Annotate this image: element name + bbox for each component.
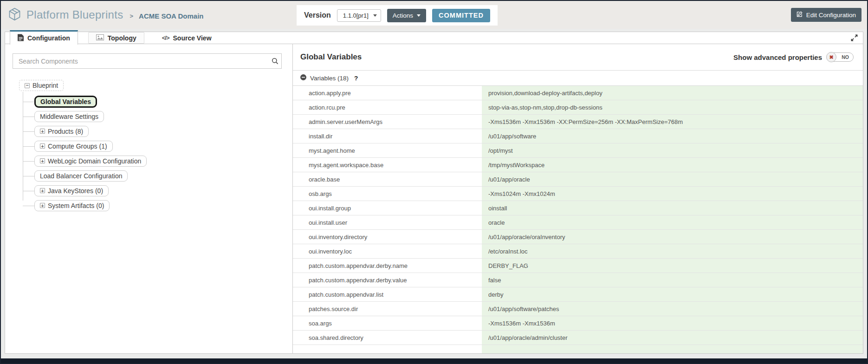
expand-arrows-icon	[851, 34, 858, 43]
variable-name: patch.custom.appendvar.derby.value	[293, 273, 482, 287]
tree-item-node[interactable]: + Compute Groups (1)	[34, 141, 113, 152]
variable-value: /etc/oraInst.loc	[482, 244, 863, 258]
tree-item-node[interactable]: + Products (8)	[34, 126, 89, 137]
variable-row: admin.server.userMemArgs -Xms1536m -Xmx1…	[293, 115, 863, 129]
expand-icon[interactable]: +	[40, 203, 45, 208]
variable-row: myst.agent.workspace.base /tmp/mystWorks…	[293, 158, 863, 172]
variable-value: /tmp/mystWorkspace	[482, 158, 863, 172]
caret-down-icon	[417, 14, 421, 17]
tab-configuration[interactable]: Configuration	[10, 30, 78, 45]
content-card: Configuration Topology </> Source View	[5, 32, 863, 354]
variable-row: oui.inventory.directory /u01/app/oracle/…	[293, 230, 863, 244]
edit-configuration-label: Edit Configuration	[806, 12, 856, 19]
variable-value: -Xms1536m -Xmx1536m	[482, 316, 863, 330]
tree-item-node[interactable]: + System Artifacts (0)	[34, 200, 110, 211]
variable-value: /opt/myst	[482, 143, 863, 157]
detail-pane: Global Variables Show advanced propertie…	[293, 44, 863, 353]
tree-root-label: Blueprint	[32, 82, 58, 89]
tree-item: Global Variables	[34, 96, 285, 107]
variable-value: derby	[482, 287, 863, 301]
main-area: Configuration Topology </> Source View	[5, 32, 863, 354]
detail-title: Global Variables	[300, 52, 362, 62]
actions-button[interactable]: Actions	[387, 9, 426, 22]
tree-item-label: WebLogic Domain Configuration	[48, 157, 141, 165]
variable-name: install.dir	[293, 129, 482, 143]
expand-icon[interactable]: +	[40, 129, 45, 134]
toggle-off-x-icon: ✖	[826, 52, 836, 62]
expand-fullscreen-button[interactable]	[849, 34, 859, 43]
variable-name: admin.server.userMemArgs	[293, 115, 482, 129]
variable-value: /u01/app/oracle/oraInventory	[482, 230, 863, 244]
toggle-state-label: NO	[842, 53, 849, 61]
document-icon	[18, 34, 24, 43]
variable-row: patch.custom.appendvar.list derby	[293, 287, 863, 302]
tab-topology-label: Topology	[108, 34, 136, 42]
breadcrumb-separator: >	[130, 13, 133, 20]
variable-row: oui.inventory.loc /etc/oraInst.loc	[293, 244, 863, 259]
status-badge: COMMITTED	[432, 9, 490, 22]
variable-value: /u01/app/software/patches	[482, 302, 863, 316]
tree-item-node[interactable]: Middleware Settings	[34, 111, 104, 122]
tree-item-label: Global Variables	[40, 98, 91, 105]
search-input[interactable]	[13, 53, 282, 69]
variable-row: patch.custom.appendvar.derby.value false	[293, 273, 863, 287]
expand-icon[interactable]: +	[40, 188, 45, 193]
variable-value: oinstall	[482, 201, 863, 215]
tree-item: Load Balancer Configuration	[34, 170, 285, 181]
variable-value: stop-via-as,stop-nm,stop,drop-db-session…	[482, 100, 863, 114]
variable-name: action.rcu.pre	[293, 100, 482, 114]
search-icon[interactable]	[272, 58, 279, 66]
detail-header: Global Variables Show advanced propertie…	[293, 44, 863, 71]
tab-configuration-label: Configuration	[27, 34, 70, 42]
collapse-icon[interactable]: −	[25, 83, 30, 88]
variable-name: oui.inventory.directory	[293, 230, 482, 244]
variable-value: oracle	[482, 215, 863, 229]
page-title: Platform Blueprints	[26, 8, 123, 21]
advanced-properties-toggle[interactable]: NO ✖	[827, 52, 854, 62]
tree-item: + System Artifacts (0)	[34, 200, 285, 211]
variable-row: action.apply.pre provision,download-depl…	[293, 86, 863, 100]
tree-item-label: Compute Groups (1)	[48, 143, 107, 150]
variable-name: patches.source.dir	[293, 302, 482, 316]
expand-icon[interactable]: +	[40, 143, 45, 149]
tree-item: + Products (8)	[34, 126, 285, 136]
variable-value: /u01/app/oracle	[482, 172, 863, 186]
tree-item-label: Products (8)	[48, 128, 83, 135]
tree-item-node[interactable]: + WebLogic Domain Configuration	[34, 156, 147, 167]
version-panel: Version 1.1.0[pr1] Actions COMMITTED	[297, 5, 498, 26]
variable-name: myst.agent.home	[293, 143, 482, 157]
tree-item-label: Middleware Settings	[40, 113, 98, 120]
variable-value: /u01/app/oracle/admin/cluster	[482, 331, 863, 344]
version-select[interactable]: 1.1.0[pr1]	[337, 9, 381, 22]
variable-name	[293, 345, 482, 353]
tree-item-node[interactable]: Load Balancer Configuration	[34, 170, 128, 182]
tree-item: + Compute Groups (1)	[34, 141, 285, 151]
image-icon	[96, 34, 104, 42]
footer-gap	[1, 354, 867, 358]
variable-name: osb.args	[293, 187, 482, 201]
tree-item: + Java KeyStores (0)	[34, 185, 285, 196]
tab-source-view-label: Source View	[173, 34, 212, 42]
tab-source-view[interactable]: </> Source View	[155, 32, 219, 44]
tree-item-node[interactable]: + Java KeyStores (0)	[34, 185, 109, 196]
variable-name: patch.custom.appendvar.list	[293, 287, 482, 301]
blueprint-cube-icon	[7, 7, 22, 23]
advanced-properties-label: Show advanced properties	[733, 53, 822, 61]
variable-row: myst.agent.home /opt/myst	[293, 143, 863, 158]
caret-down-icon	[373, 14, 377, 17]
code-icon: </>	[162, 34, 169, 41]
variable-value: -Xms1024m -Xmx1024m	[482, 187, 863, 201]
tree-root-blueprint[interactable]: − Blueprint	[19, 80, 64, 91]
variable-value: DERBY_FLAG	[482, 259, 863, 273]
variable-row-filler	[293, 345, 863, 353]
tree-item-node[interactable]: Global Variables	[34, 96, 97, 108]
edit-configuration-button[interactable]: Edit Configuration	[791, 8, 862, 22]
help-icon[interactable]: ?	[354, 75, 358, 82]
variable-name: oui.install.group	[293, 201, 482, 215]
variable-row: action.rcu.pre stop-via-as,stop-nm,stop,…	[293, 100, 863, 115]
expand-icon[interactable]: +	[40, 158, 45, 163]
collapse-circle-icon[interactable]	[300, 74, 306, 82]
tab-topology[interactable]: Topology	[88, 32, 144, 44]
variable-row: patches.source.dir /u01/app/software/pat…	[293, 302, 863, 316]
tree-item-label: Load Balancer Configuration	[40, 172, 122, 180]
